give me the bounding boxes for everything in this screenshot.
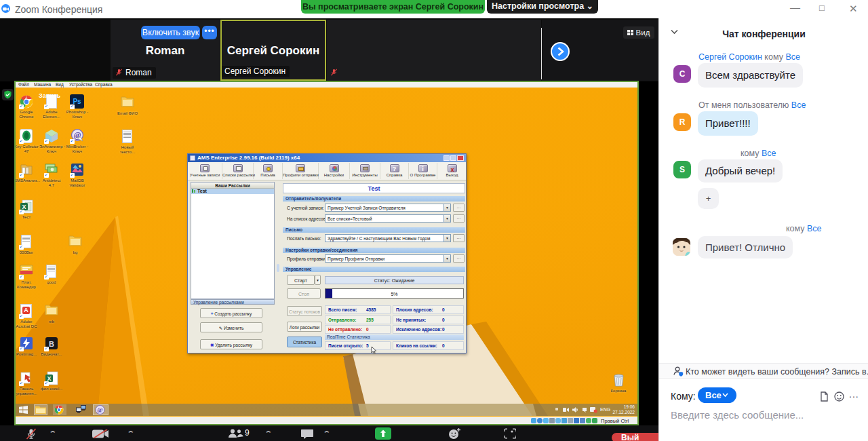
svg-text:B: B bbox=[49, 340, 54, 348]
svg-text:@: @ bbox=[97, 406, 102, 413]
